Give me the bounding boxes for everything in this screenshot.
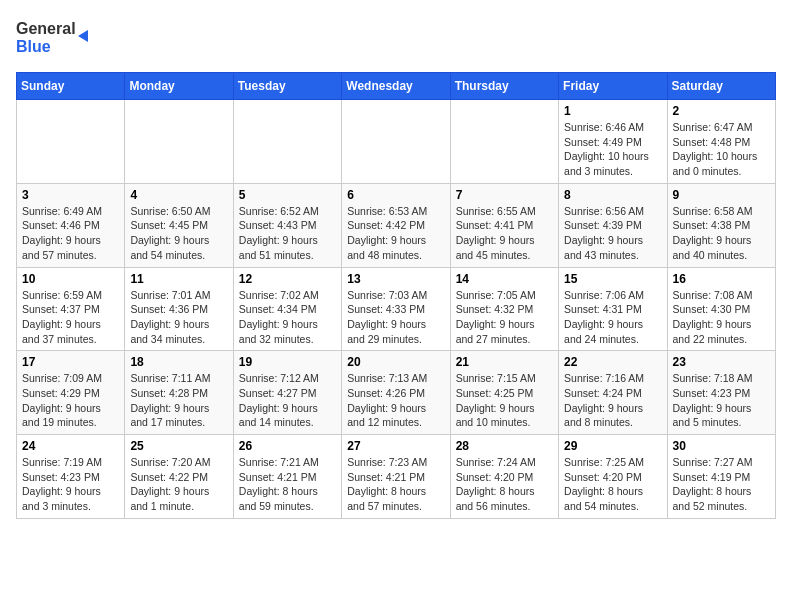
- day-info: Sunrise: 7:02 AM Sunset: 4:34 PM Dayligh…: [239, 288, 336, 347]
- day-number: 28: [456, 439, 553, 453]
- day-info: Sunrise: 7:06 AM Sunset: 4:31 PM Dayligh…: [564, 288, 661, 347]
- day-number: 9: [673, 188, 770, 202]
- day-info: Sunrise: 7:11 AM Sunset: 4:28 PM Dayligh…: [130, 371, 227, 430]
- day-number: 5: [239, 188, 336, 202]
- calendar-cell: 17Sunrise: 7:09 AM Sunset: 4:29 PM Dayli…: [17, 351, 125, 435]
- day-info: Sunrise: 7:27 AM Sunset: 4:19 PM Dayligh…: [673, 455, 770, 514]
- calendar-cell: 18Sunrise: 7:11 AM Sunset: 4:28 PM Dayli…: [125, 351, 233, 435]
- calendar-cell: 3Sunrise: 6:49 AM Sunset: 4:46 PM Daylig…: [17, 183, 125, 267]
- day-info: Sunrise: 7:05 AM Sunset: 4:32 PM Dayligh…: [456, 288, 553, 347]
- calendar-cell: 29Sunrise: 7:25 AM Sunset: 4:20 PM Dayli…: [559, 435, 667, 519]
- day-number: 17: [22, 355, 119, 369]
- calendar-cell: 14Sunrise: 7:05 AM Sunset: 4:32 PM Dayli…: [450, 267, 558, 351]
- col-header-wednesday: Wednesday: [342, 73, 450, 100]
- calendar-table: SundayMondayTuesdayWednesdayThursdayFrid…: [16, 72, 776, 519]
- calendar-week-1: 1Sunrise: 6:46 AM Sunset: 4:49 PM Daylig…: [17, 100, 776, 184]
- calendar-cell: 22Sunrise: 7:16 AM Sunset: 4:24 PM Dayli…: [559, 351, 667, 435]
- day-number: 19: [239, 355, 336, 369]
- day-info: Sunrise: 6:56 AM Sunset: 4:39 PM Dayligh…: [564, 204, 661, 263]
- day-info: Sunrise: 7:24 AM Sunset: 4:20 PM Dayligh…: [456, 455, 553, 514]
- day-info: Sunrise: 7:25 AM Sunset: 4:20 PM Dayligh…: [564, 455, 661, 514]
- day-info: Sunrise: 7:23 AM Sunset: 4:21 PM Dayligh…: [347, 455, 444, 514]
- calendar-cell: 28Sunrise: 7:24 AM Sunset: 4:20 PM Dayli…: [450, 435, 558, 519]
- calendar-cell: 7Sunrise: 6:55 AM Sunset: 4:41 PM Daylig…: [450, 183, 558, 267]
- day-number: 30: [673, 439, 770, 453]
- day-info: Sunrise: 7:20 AM Sunset: 4:22 PM Dayligh…: [130, 455, 227, 514]
- calendar-cell: 24Sunrise: 7:19 AM Sunset: 4:23 PM Dayli…: [17, 435, 125, 519]
- day-info: Sunrise: 6:47 AM Sunset: 4:48 PM Dayligh…: [673, 120, 770, 179]
- day-number: 24: [22, 439, 119, 453]
- day-info: Sunrise: 6:58 AM Sunset: 4:38 PM Dayligh…: [673, 204, 770, 263]
- calendar-header-row: SundayMondayTuesdayWednesdayThursdayFrid…: [17, 73, 776, 100]
- day-number: 4: [130, 188, 227, 202]
- calendar-week-3: 10Sunrise: 6:59 AM Sunset: 4:37 PM Dayli…: [17, 267, 776, 351]
- calendar-cell: 12Sunrise: 7:02 AM Sunset: 4:34 PM Dayli…: [233, 267, 341, 351]
- day-number: 21: [456, 355, 553, 369]
- day-number: 14: [456, 272, 553, 286]
- calendar-cell: 5Sunrise: 6:52 AM Sunset: 4:43 PM Daylig…: [233, 183, 341, 267]
- day-info: Sunrise: 7:16 AM Sunset: 4:24 PM Dayligh…: [564, 371, 661, 430]
- calendar-week-5: 24Sunrise: 7:19 AM Sunset: 4:23 PM Dayli…: [17, 435, 776, 519]
- col-header-saturday: Saturday: [667, 73, 775, 100]
- day-number: 18: [130, 355, 227, 369]
- logo-svg: GeneralBlue: [16, 16, 96, 60]
- svg-text:Blue: Blue: [16, 38, 51, 55]
- calendar-cell: 6Sunrise: 6:53 AM Sunset: 4:42 PM Daylig…: [342, 183, 450, 267]
- calendar-cell: 4Sunrise: 6:50 AM Sunset: 4:45 PM Daylig…: [125, 183, 233, 267]
- day-number: 3: [22, 188, 119, 202]
- calendar-cell: 30Sunrise: 7:27 AM Sunset: 4:19 PM Dayli…: [667, 435, 775, 519]
- calendar-cell: 2Sunrise: 6:47 AM Sunset: 4:48 PM Daylig…: [667, 100, 775, 184]
- day-info: Sunrise: 7:09 AM Sunset: 4:29 PM Dayligh…: [22, 371, 119, 430]
- day-number: 6: [347, 188, 444, 202]
- day-number: 20: [347, 355, 444, 369]
- logo: GeneralBlue: [16, 16, 96, 60]
- day-info: Sunrise: 6:50 AM Sunset: 4:45 PM Dayligh…: [130, 204, 227, 263]
- calendar-cell: 13Sunrise: 7:03 AM Sunset: 4:33 PM Dayli…: [342, 267, 450, 351]
- day-number: 2: [673, 104, 770, 118]
- day-info: Sunrise: 7:08 AM Sunset: 4:30 PM Dayligh…: [673, 288, 770, 347]
- day-number: 22: [564, 355, 661, 369]
- day-info: Sunrise: 7:18 AM Sunset: 4:23 PM Dayligh…: [673, 371, 770, 430]
- calendar-week-4: 17Sunrise: 7:09 AM Sunset: 4:29 PM Dayli…: [17, 351, 776, 435]
- day-number: 25: [130, 439, 227, 453]
- day-number: 29: [564, 439, 661, 453]
- day-info: Sunrise: 7:13 AM Sunset: 4:26 PM Dayligh…: [347, 371, 444, 430]
- calendar-cell: 20Sunrise: 7:13 AM Sunset: 4:26 PM Dayli…: [342, 351, 450, 435]
- calendar-cell: 8Sunrise: 6:56 AM Sunset: 4:39 PM Daylig…: [559, 183, 667, 267]
- day-info: Sunrise: 6:49 AM Sunset: 4:46 PM Dayligh…: [22, 204, 119, 263]
- calendar-cell: 16Sunrise: 7:08 AM Sunset: 4:30 PM Dayli…: [667, 267, 775, 351]
- day-number: 1: [564, 104, 661, 118]
- calendar-cell: 26Sunrise: 7:21 AM Sunset: 4:21 PM Dayli…: [233, 435, 341, 519]
- calendar-cell: [17, 100, 125, 184]
- svg-marker-2: [78, 30, 88, 42]
- day-number: 15: [564, 272, 661, 286]
- day-number: 10: [22, 272, 119, 286]
- day-info: Sunrise: 6:52 AM Sunset: 4:43 PM Dayligh…: [239, 204, 336, 263]
- svg-text:General: General: [16, 20, 76, 37]
- day-info: Sunrise: 7:15 AM Sunset: 4:25 PM Dayligh…: [456, 371, 553, 430]
- col-header-sunday: Sunday: [17, 73, 125, 100]
- day-number: 16: [673, 272, 770, 286]
- calendar-cell: 11Sunrise: 7:01 AM Sunset: 4:36 PM Dayli…: [125, 267, 233, 351]
- calendar-cell: 23Sunrise: 7:18 AM Sunset: 4:23 PM Dayli…: [667, 351, 775, 435]
- col-header-friday: Friday: [559, 73, 667, 100]
- calendar-cell: 1Sunrise: 6:46 AM Sunset: 4:49 PM Daylig…: [559, 100, 667, 184]
- col-header-monday: Monday: [125, 73, 233, 100]
- day-info: Sunrise: 7:03 AM Sunset: 4:33 PM Dayligh…: [347, 288, 444, 347]
- col-header-tuesday: Tuesday: [233, 73, 341, 100]
- calendar-cell: [125, 100, 233, 184]
- day-info: Sunrise: 6:46 AM Sunset: 4:49 PM Dayligh…: [564, 120, 661, 179]
- calendar-cell: 9Sunrise: 6:58 AM Sunset: 4:38 PM Daylig…: [667, 183, 775, 267]
- day-info: Sunrise: 7:21 AM Sunset: 4:21 PM Dayligh…: [239, 455, 336, 514]
- day-info: Sunrise: 6:55 AM Sunset: 4:41 PM Dayligh…: [456, 204, 553, 263]
- day-number: 11: [130, 272, 227, 286]
- day-info: Sunrise: 7:12 AM Sunset: 4:27 PM Dayligh…: [239, 371, 336, 430]
- day-number: 12: [239, 272, 336, 286]
- day-number: 8: [564, 188, 661, 202]
- calendar-cell: 27Sunrise: 7:23 AM Sunset: 4:21 PM Dayli…: [342, 435, 450, 519]
- calendar-cell: 19Sunrise: 7:12 AM Sunset: 4:27 PM Dayli…: [233, 351, 341, 435]
- calendar-week-2: 3Sunrise: 6:49 AM Sunset: 4:46 PM Daylig…: [17, 183, 776, 267]
- page-header: GeneralBlue: [16, 16, 776, 60]
- day-number: 7: [456, 188, 553, 202]
- day-info: Sunrise: 7:01 AM Sunset: 4:36 PM Dayligh…: [130, 288, 227, 347]
